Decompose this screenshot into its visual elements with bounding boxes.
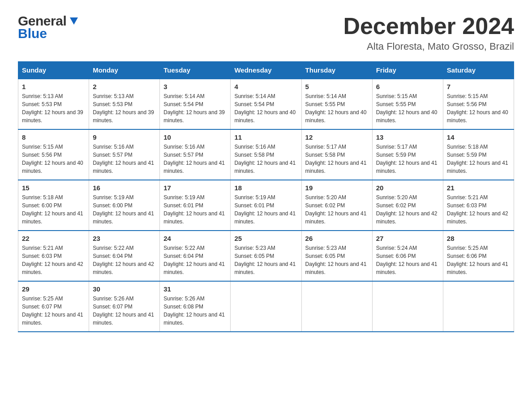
calendar-week-1: 1 Sunrise: 5:13 AM Sunset: 5:53 PM Dayli… xyxy=(18,79,514,129)
calendar-cell: 24 Sunrise: 5:22 AM Sunset: 6:04 PM Dayl… xyxy=(160,231,231,281)
calendar-cell: 31 Sunrise: 5:26 AM Sunset: 6:08 PM Dayl… xyxy=(160,281,231,332)
day-number: 7 xyxy=(447,83,510,90)
calendar-cell: 29 Sunrise: 5:25 AM Sunset: 6:07 PM Dayl… xyxy=(18,281,89,332)
calendar-header-sunday: Sunday xyxy=(18,62,89,79)
calendar-cell: 2 Sunrise: 5:13 AM Sunset: 5:53 PM Dayli… xyxy=(89,79,160,129)
calendar-week-3: 15 Sunrise: 5:18 AM Sunset: 6:00 PM Dayl… xyxy=(18,180,514,231)
day-number: 8 xyxy=(22,133,85,141)
day-info: Sunrise: 5:22 AM Sunset: 6:04 PM Dayligh… xyxy=(93,244,156,276)
day-info: Sunrise: 5:16 AM Sunset: 5:57 PM Dayligh… xyxy=(93,143,156,175)
day-number: 4 xyxy=(234,83,297,90)
day-number: 25 xyxy=(234,235,297,242)
day-number: 6 xyxy=(376,83,439,90)
day-info: Sunrise: 5:25 AM Sunset: 6:06 PM Dayligh… xyxy=(447,244,510,276)
day-info: Sunrise: 5:22 AM Sunset: 6:04 PM Dayligh… xyxy=(163,244,227,276)
calendar-cell: 5 Sunrise: 5:14 AM Sunset: 5:55 PM Dayli… xyxy=(301,79,372,129)
month-title: December 2024 xyxy=(343,13,514,39)
day-number: 5 xyxy=(305,83,369,90)
day-number: 15 xyxy=(22,184,85,192)
calendar-cell: 7 Sunrise: 5:15 AM Sunset: 5:56 PM Dayli… xyxy=(443,79,514,129)
day-info: Sunrise: 5:13 AM Sunset: 5:53 PM Dayligh… xyxy=(22,92,85,124)
day-number: 23 xyxy=(93,235,156,242)
day-number: 10 xyxy=(163,133,227,141)
calendar-cell: 27 Sunrise: 5:24 AM Sunset: 6:06 PM Dayl… xyxy=(372,231,443,281)
day-number: 13 xyxy=(376,133,439,141)
day-info: Sunrise: 5:19 AM Sunset: 6:00 PM Dayligh… xyxy=(93,193,156,226)
calendar-cell: 15 Sunrise: 5:18 AM Sunset: 6:00 PM Dayl… xyxy=(18,180,89,231)
title-block: December 2024 Alta Floresta, Mato Grosso… xyxy=(343,13,514,52)
calendar-cell: 20 Sunrise: 5:20 AM Sunset: 6:02 PM Dayl… xyxy=(372,180,443,231)
day-info: Sunrise: 5:20 AM Sunset: 6:02 PM Dayligh… xyxy=(305,193,369,226)
day-number: 1 xyxy=(22,83,85,90)
calendar-cell xyxy=(301,281,372,332)
day-info: Sunrise: 5:25 AM Sunset: 6:07 PM Dayligh… xyxy=(22,295,85,327)
calendar-cell: 21 Sunrise: 5:21 AM Sunset: 6:03 PM Dayl… xyxy=(443,180,514,231)
day-info: Sunrise: 5:18 AM Sunset: 5:59 PM Dayligh… xyxy=(447,143,510,175)
day-number: 2 xyxy=(93,83,156,90)
day-info: Sunrise: 5:26 AM Sunset: 6:07 PM Dayligh… xyxy=(93,295,156,327)
calendar-cell: 11 Sunrise: 5:16 AM Sunset: 5:58 PM Dayl… xyxy=(231,129,301,180)
calendar-cell xyxy=(231,281,301,332)
calendar-cell: 9 Sunrise: 5:16 AM Sunset: 5:57 PM Dayli… xyxy=(89,129,160,180)
logo-arrow-icon xyxy=(67,15,81,28)
day-number: 18 xyxy=(234,184,297,192)
calendar-cell: 1 Sunrise: 5:13 AM Sunset: 5:53 PM Dayli… xyxy=(18,79,89,129)
calendar-cell: 17 Sunrise: 5:19 AM Sunset: 6:01 PM Dayl… xyxy=(160,180,231,231)
calendar-header-thursday: Thursday xyxy=(301,62,372,79)
calendar-cell: 13 Sunrise: 5:17 AM Sunset: 5:59 PM Dayl… xyxy=(372,129,443,180)
calendar-cell: 30 Sunrise: 5:26 AM Sunset: 6:07 PM Dayl… xyxy=(89,281,160,332)
day-info: Sunrise: 5:24 AM Sunset: 6:06 PM Dayligh… xyxy=(376,244,439,276)
calendar-table: SundayMondayTuesdayWednesdayThursdayFrid… xyxy=(18,61,514,332)
calendar-week-4: 22 Sunrise: 5:21 AM Sunset: 6:03 PM Dayl… xyxy=(18,231,514,281)
calendar-header-friday: Friday xyxy=(372,62,443,79)
day-number: 30 xyxy=(93,285,156,293)
svg-marker-0 xyxy=(70,17,78,25)
calendar-cell: 10 Sunrise: 5:16 AM Sunset: 5:57 PM Dayl… xyxy=(160,129,231,180)
calendar-week-2: 8 Sunrise: 5:15 AM Sunset: 5:56 PM Dayli… xyxy=(18,129,514,180)
calendar-cell: 8 Sunrise: 5:15 AM Sunset: 5:56 PM Dayli… xyxy=(18,129,89,180)
calendar-cell: 23 Sunrise: 5:22 AM Sunset: 6:04 PM Dayl… xyxy=(89,231,160,281)
day-info: Sunrise: 5:14 AM Sunset: 5:54 PM Dayligh… xyxy=(163,92,227,124)
day-info: Sunrise: 5:19 AM Sunset: 6:01 PM Dayligh… xyxy=(234,193,297,226)
calendar-cell: 16 Sunrise: 5:19 AM Sunset: 6:00 PM Dayl… xyxy=(89,180,160,231)
day-number: 9 xyxy=(93,133,156,141)
day-info: Sunrise: 5:19 AM Sunset: 6:01 PM Dayligh… xyxy=(163,193,227,226)
day-info: Sunrise: 5:21 AM Sunset: 6:03 PM Dayligh… xyxy=(447,193,510,226)
calendar-header-saturday: Saturday xyxy=(443,62,514,79)
day-info: Sunrise: 5:17 AM Sunset: 5:59 PM Dayligh… xyxy=(376,143,439,175)
day-info: Sunrise: 5:14 AM Sunset: 5:55 PM Dayligh… xyxy=(305,92,369,124)
calendar-cell: 22 Sunrise: 5:21 AM Sunset: 6:03 PM Dayl… xyxy=(18,231,89,281)
day-info: Sunrise: 5:26 AM Sunset: 6:08 PM Dayligh… xyxy=(163,295,227,327)
calendar-cell: 6 Sunrise: 5:15 AM Sunset: 5:55 PM Dayli… xyxy=(372,79,443,129)
page-header: General Blue December 2024 Alta Floresta… xyxy=(18,13,514,52)
day-info: Sunrise: 5:15 AM Sunset: 5:55 PM Dayligh… xyxy=(376,92,439,124)
day-info: Sunrise: 5:16 AM Sunset: 5:58 PM Dayligh… xyxy=(234,143,297,175)
day-number: 22 xyxy=(22,235,85,242)
day-info: Sunrise: 5:18 AM Sunset: 6:00 PM Dayligh… xyxy=(22,193,85,226)
day-info: Sunrise: 5:17 AM Sunset: 5:58 PM Dayligh… xyxy=(305,143,369,175)
day-number: 27 xyxy=(376,235,439,242)
day-info: Sunrise: 5:23 AM Sunset: 6:05 PM Dayligh… xyxy=(234,244,297,276)
day-number: 16 xyxy=(93,184,156,192)
day-info: Sunrise: 5:20 AM Sunset: 6:02 PM Dayligh… xyxy=(376,193,439,226)
day-number: 14 xyxy=(447,133,510,141)
day-number: 24 xyxy=(163,235,227,242)
day-info: Sunrise: 5:13 AM Sunset: 5:53 PM Dayligh… xyxy=(93,92,156,124)
calendar-header-monday: Monday xyxy=(89,62,160,79)
day-number: 3 xyxy=(163,83,227,90)
calendar-cell: 28 Sunrise: 5:25 AM Sunset: 6:06 PM Dayl… xyxy=(443,231,514,281)
day-number: 29 xyxy=(22,285,85,293)
calendar-cell: 3 Sunrise: 5:14 AM Sunset: 5:54 PM Dayli… xyxy=(160,79,231,129)
day-info: Sunrise: 5:16 AM Sunset: 5:57 PM Dayligh… xyxy=(163,143,227,175)
calendar-cell: 18 Sunrise: 5:19 AM Sunset: 6:01 PM Dayl… xyxy=(231,180,301,231)
day-number: 21 xyxy=(447,184,510,192)
logo-blue: Blue xyxy=(18,27,47,40)
calendar-cell: 4 Sunrise: 5:14 AM Sunset: 5:54 PM Dayli… xyxy=(231,79,301,129)
day-info: Sunrise: 5:21 AM Sunset: 6:03 PM Dayligh… xyxy=(22,244,85,276)
day-number: 19 xyxy=(305,184,369,192)
day-number: 31 xyxy=(163,285,227,293)
day-info: Sunrise: 5:15 AM Sunset: 5:56 PM Dayligh… xyxy=(447,92,510,124)
location-title: Alta Floresta, Mato Grosso, Brazil xyxy=(343,41,514,52)
calendar-cell xyxy=(372,281,443,332)
day-number: 26 xyxy=(305,235,369,242)
